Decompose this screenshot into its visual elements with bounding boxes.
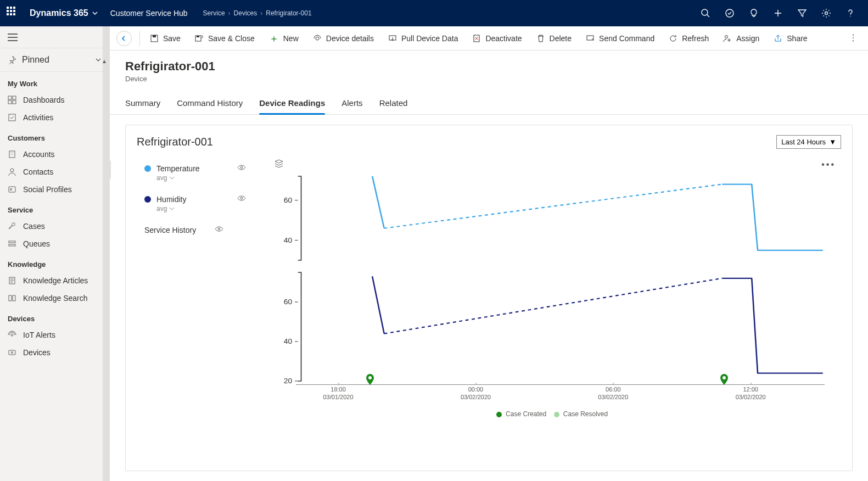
- svg-text:60: 60: [284, 197, 292, 204]
- save-button[interactable]: Save: [143, 31, 187, 46]
- chart-more-button[interactable]: •••: [821, 160, 836, 170]
- cmd-label: Deactivate: [485, 34, 522, 43]
- aggregation-label: avg: [156, 205, 167, 212]
- send-command-button[interactable]: Send Command: [579, 31, 661, 46]
- sidebar-item-dashboards[interactable]: Dashboards: [0, 91, 109, 109]
- sidebar-item-social-profiles[interactable]: Social Profiles: [0, 181, 109, 198]
- device-icon: [8, 348, 16, 357]
- tab-command-history[interactable]: Command History: [177, 93, 243, 114]
- app-launcher-icon[interactable]: [7, 7, 20, 20]
- cmd-label: Send Command: [599, 34, 654, 43]
- lightbulb-icon[interactable]: [743, 2, 765, 24]
- app-name-label: Dynamics 365: [30, 8, 88, 18]
- visibility-toggle-icon[interactable]: [237, 163, 246, 174]
- cmd-label: Assign: [736, 34, 759, 43]
- sidebar-item-label: Cases: [23, 222, 45, 231]
- cmd-label: Device details: [326, 34, 374, 43]
- sidebar-item-devices[interactable]: Devices: [0, 344, 109, 361]
- tab-alerts[interactable]: Alerts: [341, 93, 362, 114]
- sidebar-item-accounts[interactable]: Accounts: [0, 146, 109, 163]
- chevron-down-icon: [95, 57, 102, 63]
- delete-icon: [536, 34, 545, 43]
- svg-point-27: [725, 35, 728, 38]
- sidebar-pinned-label: Pinned: [22, 55, 49, 65]
- visibility-toggle-icon[interactable]: [215, 225, 223, 236]
- device-details-button[interactable]: Device details: [306, 31, 380, 46]
- search-icon[interactable]: [695, 2, 716, 24]
- help-icon[interactable]: [839, 2, 861, 24]
- task-icon[interactable]: [719, 2, 741, 24]
- aggregation-dropdown[interactable]: avg: [156, 174, 246, 182]
- svg-text:60: 60: [284, 298, 292, 306]
- breadcrumb-item[interactable]: Devices: [234, 9, 257, 17]
- device-details-icon: [313, 34, 322, 43]
- tab-summary[interactable]: Summary: [125, 93, 160, 114]
- add-icon[interactable]: [767, 2, 789, 24]
- sidebar-item-iot-alerts[interactable]: IoT Alerts: [0, 326, 109, 344]
- x-axis-tick: 12:0003/02/2020: [736, 386, 766, 401]
- person-icon: [8, 167, 16, 176]
- svg-rect-13: [9, 241, 15, 243]
- article-icon: [8, 276, 16, 285]
- new-button[interactable]: ＋New: [262, 30, 305, 47]
- tab-related[interactable]: Related: [379, 93, 408, 114]
- svg-point-10: [10, 169, 14, 172]
- sidebar-item-knowledge-articles[interactable]: Knowledge Articles: [0, 272, 109, 289]
- hub-name: Customer Service Hub: [110, 9, 188, 18]
- deactivate-button[interactable]: Deactivate: [466, 31, 528, 46]
- event-marker[interactable]: [720, 374, 729, 385]
- svg-rect-14: [9, 244, 15, 246]
- command-overflow-button[interactable]: ⋯: [845, 28, 862, 49]
- app-name[interactable]: Dynamics 365: [30, 8, 98, 18]
- share-button[interactable]: Share: [767, 31, 814, 46]
- time-range-label: Last 24 Hours: [781, 138, 826, 146]
- sidebar-item-queues[interactable]: Queues: [0, 235, 109, 253]
- temperature-plot: 4060: [263, 173, 836, 264]
- form-tabs: Summary Command History Device Readings …: [110, 86, 868, 115]
- plots-container: 4060 204060: [263, 173, 836, 409]
- refresh-button[interactable]: Refresh: [662, 31, 715, 46]
- sidebar-item-label: Social Profiles: [23, 185, 72, 194]
- legend-dot-icon: [496, 412, 502, 417]
- layers-icon[interactable]: [274, 159, 284, 171]
- back-arrow-icon: [120, 35, 128, 42]
- gear-icon[interactable]: [815, 2, 837, 24]
- svg-point-28: [240, 166, 243, 169]
- svg-rect-22: [197, 36, 199, 37]
- sidebar-item-label: Dashboards: [23, 96, 65, 104]
- chevron-down-icon: [169, 175, 175, 181]
- svg-text:20: 20: [284, 377, 292, 385]
- x-axis-tick: 06:0003/02/2020: [598, 386, 628, 401]
- breadcrumb-item[interactable]: Refrigirator-001: [266, 9, 311, 17]
- filter-icon[interactable]: [791, 2, 813, 24]
- sidebar-item-contacts[interactable]: Contacts: [0, 163, 109, 181]
- tab-device-readings[interactable]: Device Readings: [259, 93, 325, 114]
- legend-label: Humidity: [156, 195, 186, 204]
- iot-alert-icon: [8, 331, 16, 339]
- sidebar-item-activities[interactable]: Activities: [0, 109, 109, 126]
- cmd-label: Pull Device Data: [401, 34, 458, 43]
- sidebar-item-knowledge-search[interactable]: Knowledge Search: [0, 289, 109, 307]
- svg-point-29: [240, 197, 243, 199]
- go-back-button[interactable]: [116, 31, 132, 46]
- save-close-button[interactable]: Save & Close: [188, 31, 261, 46]
- breadcrumb: Service › Devices › Refrigirator-001: [203, 9, 312, 17]
- humidity-plot: 204060: [263, 269, 836, 384]
- time-range-dropdown[interactable]: Last 24 Hours ▼: [776, 135, 841, 149]
- sitemap-sidebar: Pinned ▲ My Work Dashboards Activities C…: [0, 26, 110, 481]
- sidebar-item-cases[interactable]: Cases: [0, 217, 109, 235]
- sidebar-item-label: IoT Alerts: [23, 331, 55, 339]
- sidebar-resize-handle[interactable]: [108, 160, 111, 179]
- legend-label: Temperature: [156, 164, 200, 173]
- assign-button[interactable]: Assign: [716, 31, 766, 46]
- visibility-toggle-icon[interactable]: [237, 194, 246, 205]
- cmd-label: Save: [163, 34, 181, 43]
- divider: [139, 31, 140, 46]
- pull-device-data-button[interactable]: Pull Device Data: [382, 31, 465, 46]
- aggregation-dropdown[interactable]: avg: [156, 205, 246, 212]
- sidebar-pinned[interactable]: Pinned: [0, 48, 109, 72]
- breadcrumb-item[interactable]: Service: [203, 9, 225, 17]
- event-marker[interactable]: [366, 374, 374, 385]
- delete-button[interactable]: Delete: [530, 31, 578, 46]
- sidebar-collapse-button[interactable]: [0, 26, 109, 48]
